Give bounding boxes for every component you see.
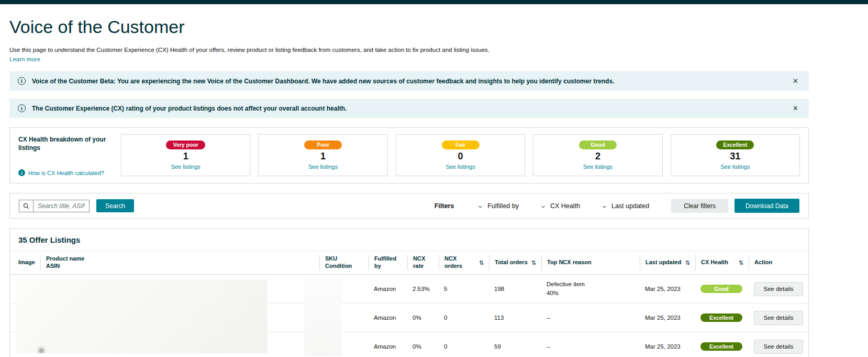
- cx-rating-info-banner: i The Customer Experience (CX) rating of…: [9, 99, 809, 118]
- sort-icon[interactable]: ⇅: [476, 259, 484, 266]
- cx-card-good: Good 2 See listings: [533, 134, 662, 176]
- last-updated-dropdown[interactable]: Last updated: [602, 202, 649, 210]
- download-data-button[interactable]: Download Data: [735, 199, 799, 213]
- cx-breakdown-label: CX Health breakdown of your listings: [18, 136, 114, 152]
- cx-health-badge: Excellent: [700, 342, 742, 351]
- status-badge: Good: [579, 140, 617, 149]
- see-listings-link[interactable]: See listings: [171, 164, 201, 170]
- cell-total-orders: 59: [489, 343, 541, 350]
- how-link-label: How is CX Health calculated?: [28, 170, 104, 176]
- chevron-down-icon: [602, 203, 607, 208]
- cell-cx-health: Excellent: [695, 342, 749, 351]
- offer-listings-section: 35 Offer Listings Image Product nameASIN…: [9, 228, 809, 357]
- page-description: Use this page to understand the Customer…: [9, 46, 809, 54]
- cell-total-orders: 113: [489, 315, 541, 321]
- cell-ncx-orders: 5: [439, 286, 489, 292]
- cell-top-ncx-reason: Defective item40%: [541, 280, 640, 298]
- close-icon[interactable]: ✕: [791, 104, 800, 113]
- see-details-button[interactable]: See details: [754, 340, 803, 354]
- search-button[interactable]: Search: [96, 199, 134, 212]
- column-header-cx-health: CX Health ⇅: [695, 255, 749, 271]
- info-icon: i: [18, 169, 25, 176]
- filters-area: Filters Fulfilled by CX Health Last upda…: [435, 199, 799, 213]
- cell-ncx-orders: 0: [439, 343, 489, 350]
- dropdown-label: Last updated: [611, 202, 649, 210]
- cell-top-ncx-reason: --: [541, 315, 640, 321]
- see-details-button[interactable]: See details: [754, 311, 803, 325]
- product-image-redacted-block: [16, 279, 268, 353]
- column-header-sku-condition: SKUCondition: [319, 255, 369, 271]
- see-listings-link[interactable]: See listings: [308, 164, 338, 170]
- column-header-ncx-orders: NCX orders ⇅: [439, 255, 489, 271]
- table-body: Amazon 2.53% 5 198 Defective item40% Mar…: [10, 275, 808, 357]
- learn-more-link[interactable]: Learn more: [9, 56, 40, 62]
- sort-icon[interactable]: ⇅: [682, 259, 690, 266]
- dropdown-label: CX Health: [550, 202, 580, 210]
- see-details-button[interactable]: See details: [754, 282, 803, 296]
- column-header-image: Image: [10, 255, 40, 271]
- info-icon: i: [18, 77, 26, 85]
- cell-last-updated: Mar 25, 2023: [640, 315, 695, 321]
- cell-ncx-rate: 0%: [407, 343, 439, 350]
- beta-info-banner: i Voice of the Customer Beta: You are ex…: [9, 71, 809, 91]
- table-header-row: Image Product nameASIN SKUCondition Fulf…: [10, 251, 808, 275]
- search-input[interactable]: [34, 200, 90, 212]
- search-group: Search: [19, 200, 134, 212]
- cx-card-poor: Poor 1 See listings: [258, 134, 387, 176]
- banner-text: The Customer Experience (CX) rating of y…: [32, 105, 791, 112]
- sort-icon[interactable]: ⇅: [736, 259, 743, 266]
- cell-ncx-rate: 2.53%: [407, 286, 439, 292]
- see-listings-link[interactable]: See listings: [446, 164, 475, 170]
- cell-ncx-orders: 0: [439, 315, 489, 321]
- page-title: Voice of the Customer: [9, 17, 809, 37]
- global-nav-bar: [0, 0, 868, 4]
- cell-top-ncx-reason: --: [541, 343, 640, 350]
- column-header-action: Action: [749, 255, 808, 271]
- chevron-down-icon: [478, 203, 483, 208]
- cell-cx-health: Excellent: [695, 313, 749, 322]
- cx-card-very-poor: Very poor 1 See listings: [121, 134, 250, 176]
- listing-count: 31: [730, 151, 740, 162]
- cx-health-badge: Good: [700, 285, 742, 293]
- cell-cx-health: Good: [695, 285, 749, 293]
- status-badge: Poor: [304, 140, 342, 149]
- see-listings-link[interactable]: See listings: [720, 164, 750, 170]
- dropdown-label: Fulfilled by: [487, 202, 519, 210]
- column-header-fulfilled-by: Fulfilled by: [369, 255, 407, 271]
- sort-icon[interactable]: ⇅: [528, 259, 536, 266]
- cell-fulfilled-by: Amazon: [369, 343, 407, 350]
- sku-redacted-block: [304, 279, 342, 356]
- status-badge: Very poor: [166, 140, 205, 149]
- cell-total-orders: 198: [489, 286, 541, 292]
- cx-breakdown-left: CX Health breakdown of your listings i H…: [18, 134, 114, 176]
- close-icon[interactable]: ✕: [791, 77, 800, 85]
- cell-fulfilled-by: Amazon: [369, 315, 407, 321]
- column-header-product-name-asin: Product nameASIN: [40, 255, 319, 271]
- see-listings-link[interactable]: See listings: [583, 164, 613, 170]
- cell-last-updated: Mar 25, 2023: [640, 343, 695, 350]
- status-badge: Excellent: [716, 140, 754, 149]
- cell-action: See details: [749, 311, 808, 325]
- listing-count: 2: [595, 151, 600, 162]
- filters-label: Filters: [435, 202, 454, 210]
- search-icon: [19, 200, 34, 212]
- banner-text: Voice of the Customer Beta: You are expe…: [32, 78, 791, 85]
- cx-health-dropdown[interactable]: CX Health: [541, 202, 580, 210]
- clear-filters-button[interactable]: Clear filters: [671, 199, 728, 213]
- table-title: 35 Offer Listings: [10, 229, 808, 251]
- cell-last-updated: Mar 25, 2023: [640, 286, 695, 292]
- column-header-last-updated: Last updated ⇅: [640, 255, 695, 271]
- listing-count: 1: [320, 151, 326, 162]
- column-header-total-orders: Total orders ⇅: [489, 255, 541, 271]
- listing-count: 0: [458, 151, 463, 162]
- cell-action: See details: [749, 340, 808, 354]
- listing-count: 1: [183, 151, 188, 162]
- cell-fulfilled-by: Amazon: [369, 286, 407, 292]
- fulfilled-by-dropdown[interactable]: Fulfilled by: [478, 202, 519, 210]
- status-badge: Fair: [442, 140, 480, 149]
- cx-health-breakdown-section: CX Health breakdown of your listings i H…: [9, 127, 809, 183]
- cx-health-badge: Excellent: [700, 313, 742, 322]
- cx-card-excellent: Excellent 31 See listings: [671, 134, 800, 176]
- how-is-cx-health-calculated-link[interactable]: i How is CX Health calculated?: [18, 169, 114, 176]
- column-header-ncx-rate: NCX rate: [407, 255, 439, 271]
